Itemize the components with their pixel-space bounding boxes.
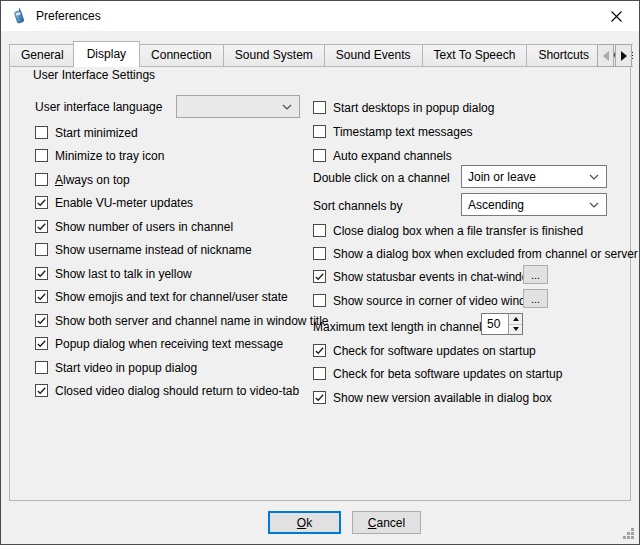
checkbox[interactable]	[313, 270, 326, 283]
checkbox-label: Minimize to tray icon	[55, 149, 164, 163]
close-icon	[611, 11, 622, 22]
tab-scroll-right-button[interactable]	[615, 44, 632, 67]
tab-sound-events[interactable]: Sound Events	[324, 44, 423, 67]
checkbox-label: Show new version available in dialog box	[333, 391, 552, 405]
checkbox[interactable]	[35, 243, 48, 256]
checkbox-row: Show both server and channel name in win…	[35, 312, 329, 329]
checkbox-row: Start desktops in popup dialog	[313, 99, 494, 116]
select-value: Join or leave	[462, 170, 589, 184]
checkbox[interactable]	[313, 149, 326, 162]
cancel-button-label: Cancel	[368, 516, 405, 530]
checkbox-label: Show a dialog box when excluded from cha…	[333, 247, 638, 261]
checkbox[interactable]	[35, 361, 48, 374]
checkbox[interactable]	[35, 196, 48, 209]
chevron-down-icon	[589, 202, 599, 208]
spin-up-button[interactable]	[509, 314, 522, 325]
ok-button-label: Ok	[297, 516, 312, 530]
tab-scroll-left-button[interactable]	[597, 44, 614, 67]
checkbox[interactable]	[313, 294, 326, 307]
tab-scroll-left-icon	[603, 51, 609, 61]
chevron-down-icon	[282, 104, 292, 110]
tab-scrollers	[596, 44, 632, 67]
checkbox[interactable]	[35, 290, 48, 303]
checkbox-label: Auto expand channels	[333, 149, 452, 163]
double-click-select[interactable]: Join or leave	[461, 165, 607, 188]
checkbox[interactable]	[313, 125, 326, 138]
checkbox-label: Check for software updates on startup	[333, 344, 536, 358]
tab-shortcuts[interactable]: Shortcuts	[526, 44, 601, 67]
checkbox-row: Show number of users in channel	[35, 218, 233, 235]
checkbox-label: Show both server and channel name in win…	[55, 314, 329, 328]
checkbox[interactable]	[313, 247, 326, 260]
cancel-button[interactable]: Cancel	[352, 511, 421, 534]
checkbox[interactable]	[35, 384, 48, 397]
tab-connection[interactable]: Connection	[139, 44, 224, 67]
checkbox-row: Minimize to tray icon	[35, 147, 164, 164]
checkbox-label: Show number of users in channel	[55, 220, 233, 234]
app-icon	[11, 8, 27, 24]
language-row: User interface language	[35, 98, 162, 115]
tab-scroll-right-icon	[621, 51, 627, 61]
checkbox-label: Timestamp text messages	[333, 125, 473, 139]
select-label-row: Double click on a channel	[313, 169, 450, 186]
checkbox[interactable]	[313, 367, 326, 380]
checkbox-label: Start video in popup dialog	[55, 361, 197, 375]
spinner-value: 50	[482, 314, 508, 334]
checkbox-label: Show username instead of nickname	[55, 243, 252, 257]
checkbox-row: Show new version available in dialog box	[313, 389, 552, 406]
ok-button[interactable]: Ok	[268, 511, 341, 534]
checkbox-row: Check for software updates on startup	[313, 342, 536, 359]
checkbox[interactable]	[35, 173, 48, 186]
checkbox-label: Close dialog box when a file transfer is…	[333, 224, 583, 238]
checkbox[interactable]	[313, 391, 326, 404]
video-source-ellipsis-button[interactable]: ...	[523, 289, 548, 308]
checkbox-row: Auto expand channels	[313, 147, 452, 164]
spin-down-button[interactable]	[509, 325, 522, 335]
window-title: Preferences	[36, 9, 101, 23]
checkbox[interactable]	[35, 220, 48, 233]
checkbox[interactable]	[313, 344, 326, 357]
select-value: Ascending	[462, 198, 589, 212]
checkbox-row: Close dialog box when a file transfer is…	[313, 222, 583, 239]
checkbox[interactable]	[313, 101, 326, 114]
checkbox-row: Show emojis and text for channel/user st…	[35, 288, 288, 305]
tab-text-to-speech[interactable]: Text To Speech	[422, 44, 528, 67]
spinner-buttons	[508, 314, 522, 334]
checkbox-label: Enable VU-meter updates	[55, 196, 193, 210]
checkbox-row: Enable VU-meter updates	[35, 194, 193, 211]
tab-bar: General Display Connection Sound System …	[9, 41, 633, 67]
chevron-down-icon	[589, 174, 599, 180]
titlebar[interactable]: Preferences	[1, 1, 639, 31]
resize-grip[interactable]	[622, 527, 635, 540]
tab-display[interactable]: Display	[73, 41, 140, 67]
checkbox[interactable]	[35, 149, 48, 162]
language-select[interactable]	[176, 95, 300, 118]
checkbox[interactable]	[35, 337, 48, 350]
spin-label: Maximum text length in channel list	[313, 320, 500, 334]
checkbox[interactable]	[35, 267, 48, 280]
max-text-length-spinner[interactable]: 50	[481, 313, 523, 335]
sort-channels-select[interactable]: Ascending	[461, 193, 607, 216]
checkbox-label: Closed video dialog should return to vid…	[55, 384, 299, 398]
select-label-row: Sort channels by	[313, 197, 402, 214]
checkbox-label: Show emojis and text for channel/user st…	[55, 290, 288, 304]
checkbox-label: Check for beta software updates on start…	[333, 367, 562, 381]
checkbox[interactable]	[35, 126, 48, 139]
checkbox-row: Start video in popup dialog	[35, 359, 197, 376]
groupbox-title: User Interface Settings	[29, 68, 159, 82]
select-label: Double click on a channel	[313, 171, 450, 185]
checkbox-label: Show last to talk in yellow	[55, 267, 192, 281]
language-label: User interface language	[35, 100, 162, 114]
checkbox[interactable]	[313, 224, 326, 237]
checkbox-row: Popup dialog when receiving text message	[35, 335, 283, 352]
checkbox-label: Always on top	[55, 173, 130, 187]
checkbox[interactable]	[35, 314, 48, 327]
close-button[interactable]	[594, 1, 639, 31]
statusbar-events-ellipsis-button[interactable]: ...	[523, 265, 548, 284]
preferences-dialog: Preferences General Display Connection S…	[0, 0, 640, 545]
tab-general[interactable]: General	[9, 44, 76, 67]
checkbox-row: Start minimized	[35, 124, 138, 141]
tab-sound-system[interactable]: Sound System	[223, 44, 325, 67]
checkbox-row: Timestamp text messages	[313, 123, 473, 140]
checkbox-row: Closed video dialog should return to vid…	[35, 382, 299, 399]
